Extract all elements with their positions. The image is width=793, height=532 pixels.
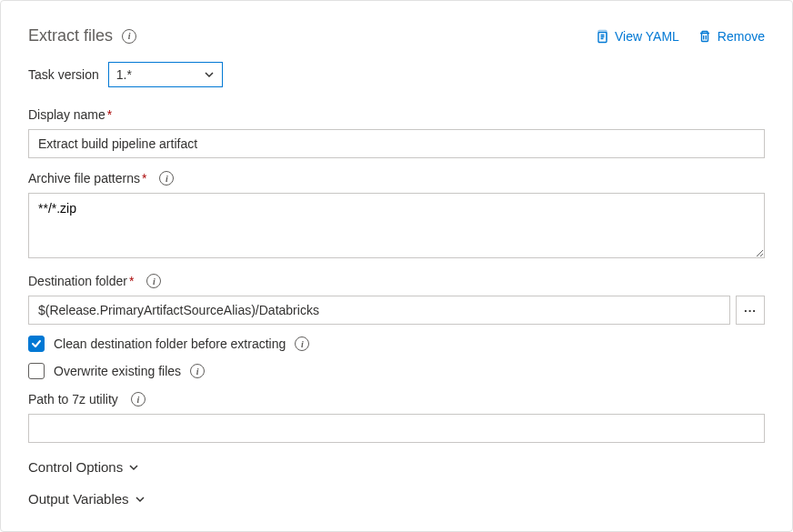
destination-folder-input[interactable] [28, 296, 730, 325]
task-version-label: Task version [28, 67, 99, 82]
info-icon[interactable]: i [190, 364, 205, 378]
archive-patterns-label: Archive file patterns* [28, 171, 146, 186]
overwrite-label: Overwrite existing files [54, 364, 181, 378]
overwrite-checkbox[interactable] [28, 363, 45, 379]
view-yaml-button[interactable]: View YAML [595, 29, 679, 44]
control-options-section[interactable]: Control Options [28, 459, 765, 475]
archive-patterns-textarea[interactable]: **/*.zip [28, 193, 765, 258]
path-7z-input[interactable] [28, 414, 765, 443]
output-variables-section[interactable]: Output Variables [28, 491, 765, 507]
info-icon[interactable]: i [159, 171, 174, 186]
destination-folder-label: Destination folder* [28, 274, 134, 288]
info-icon[interactable]: i [131, 392, 146, 407]
info-icon[interactable]: i [295, 336, 309, 351]
trash-icon [698, 29, 712, 44]
path-7z-label: Path to 7z utility [28, 392, 118, 407]
display-name-label: Display name* [28, 107, 112, 122]
chevron-down-icon [204, 69, 215, 80]
clean-destination-label: Clean destination folder before extracti… [54, 336, 286, 351]
browse-button[interactable]: ··· [736, 296, 765, 325]
info-icon[interactable]: i [122, 29, 136, 44]
display-name-input[interactable] [28, 129, 765, 158]
page-title: Extract files [28, 26, 113, 45]
check-icon [31, 338, 42, 349]
yaml-icon [595, 29, 609, 44]
chevron-down-icon [128, 462, 139, 473]
clean-destination-checkbox[interactable] [28, 336, 45, 352]
task-version-select[interactable]: 1.* [108, 62, 223, 87]
remove-button[interactable]: Remove [698, 29, 765, 44]
info-icon[interactable]: i [146, 274, 161, 288]
chevron-down-icon [135, 494, 146, 505]
